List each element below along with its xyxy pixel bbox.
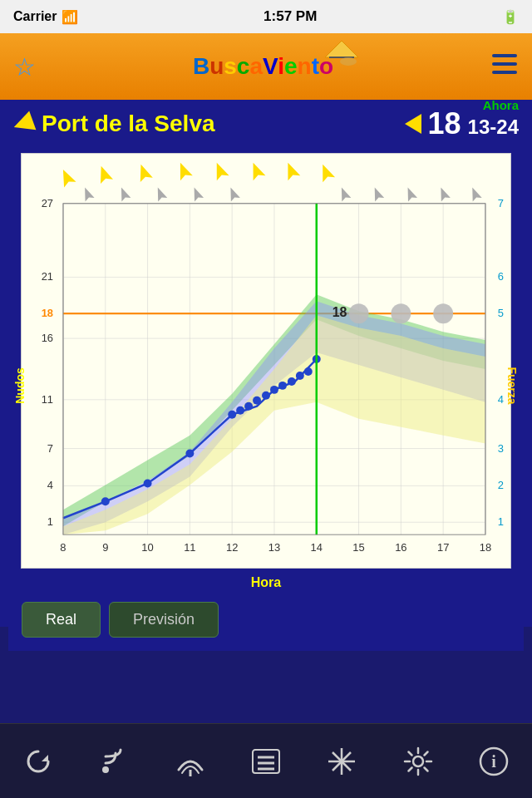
wifi-icon: 📶	[62, 9, 78, 25]
svg-line-112	[424, 767, 427, 771]
svg-text:1: 1	[498, 515, 504, 528]
time-label: 1:57 PM	[264, 8, 317, 25]
chart-svg: 18 27 21 18 16 11 7 4 1 7 6 5 4 3 2 1 8 …	[22, 154, 510, 568]
svg-text:7: 7	[47, 442, 53, 455]
svg-text:18: 18	[42, 307, 53, 319]
favorite-button[interactable]: ☆	[13, 52, 36, 81]
rss-tab[interactable]	[85, 732, 143, 791]
location-name-text: Port de la Selva	[42, 111, 215, 137]
svg-text:17: 17	[437, 541, 449, 554]
svg-text:21: 21	[42, 270, 53, 283]
app-header: ☆ BuscaViento	[0, 33, 532, 100]
svg-text:6: 6	[498, 270, 504, 283]
svg-line-113	[424, 751, 427, 755]
svg-text:15: 15	[352, 541, 364, 554]
y-axis-right-label: Fuerza	[505, 367, 518, 404]
svg-marker-0	[325, 41, 358, 57]
wind-direction-icon-right	[405, 114, 421, 134]
settings-tab[interactable]	[389, 732, 447, 791]
svg-text:3: 3	[498, 442, 504, 455]
svg-text:1: 1	[47, 515, 53, 528]
wind-speed-range: 13-24	[468, 116, 519, 139]
tab-bar: i	[0, 723, 532, 798]
svg-point-31	[144, 479, 152, 487]
x-axis-label: Hora	[8, 572, 524, 594]
wind-direction-icon-left	[11, 111, 37, 137]
svg-text:11: 11	[184, 541, 195, 554]
svg-text:27: 27	[42, 197, 53, 209]
svg-text:18: 18	[332, 305, 347, 319]
svg-point-44	[349, 303, 369, 323]
status-left: Carrier 📶	[13, 9, 78, 25]
carrier-label: Carrier	[13, 9, 57, 24]
svg-point-36	[253, 397, 261, 405]
svg-point-38	[270, 386, 278, 394]
svg-rect-5	[492, 71, 517, 74]
chart-container: Nudos Fuerza	[0, 145, 532, 627]
status-right: 🔋	[502, 9, 519, 25]
real-button[interactable]: Real	[22, 602, 101, 638]
svg-line-111	[408, 751, 411, 755]
svg-point-30	[101, 497, 110, 505]
svg-point-35	[244, 402, 253, 411]
svg-rect-3	[492, 54, 517, 57]
refresh-tab[interactable]	[9, 732, 67, 791]
snow-tab[interactable]	[313, 732, 371, 791]
svg-point-32	[185, 450, 194, 458]
ahora-label: Ahora	[483, 98, 519, 112]
svg-text:8: 8	[60, 541, 66, 554]
svg-text:7: 7	[498, 197, 504, 209]
svg-point-37	[262, 392, 270, 400]
status-bar: Carrier 📶 1:57 PM 🔋	[0, 0, 532, 33]
list-tab[interactable]	[237, 732, 295, 791]
info-tab[interactable]: i	[465, 732, 523, 791]
app-logo: BuscaViento	[193, 53, 333, 80]
prevision-button[interactable]: Previsión	[109, 602, 219, 638]
svg-marker-94	[42, 755, 48, 761]
svg-text:13: 13	[268, 541, 280, 554]
svg-point-105	[339, 759, 344, 764]
antenna-tab[interactable]	[161, 732, 219, 791]
location-bar: Port de la Selva 18 13-24 Ahora	[0, 100, 532, 145]
svg-text:4: 4	[498, 393, 504, 406]
svg-point-95	[102, 766, 109, 773]
y-axis-label: Nudos	[13, 367, 27, 404]
wind-speed-value: 18	[428, 106, 461, 141]
svg-point-106	[413, 756, 423, 766]
svg-point-46	[433, 303, 453, 323]
svg-point-41	[296, 372, 304, 380]
svg-text:14: 14	[311, 541, 323, 554]
svg-text:4: 4	[47, 479, 53, 491]
svg-text:2: 2	[498, 479, 504, 491]
svg-point-39	[278, 382, 287, 390]
svg-text:16: 16	[42, 332, 53, 344]
svg-line-114	[408, 767, 411, 771]
svg-point-45	[391, 303, 411, 323]
svg-text:9: 9	[102, 541, 108, 554]
toggle-section: Real Previsión	[8, 594, 524, 651]
svg-point-40	[288, 377, 296, 386]
svg-point-34	[236, 406, 244, 415]
chart-area: 18 27 21 18 16 11 7 4 1 7 6 5 4 3 2 1 8 …	[21, 153, 511, 569]
svg-text:18: 18	[480, 541, 491, 554]
svg-text:10: 10	[141, 541, 153, 554]
svg-text:16: 16	[395, 541, 406, 554]
battery-icon: 🔋	[502, 9, 519, 25]
svg-text:11: 11	[42, 393, 53, 406]
svg-point-2	[340, 57, 357, 66]
svg-text:5: 5	[498, 307, 504, 319]
location-name-section: Port de la Selva	[13, 111, 215, 137]
svg-text:i: i	[491, 752, 496, 771]
svg-rect-4	[492, 62, 517, 66]
menu-button[interactable]	[490, 50, 519, 84]
svg-text:12: 12	[226, 541, 238, 554]
svg-point-42	[304, 367, 313, 376]
svg-point-33	[228, 411, 236, 419]
